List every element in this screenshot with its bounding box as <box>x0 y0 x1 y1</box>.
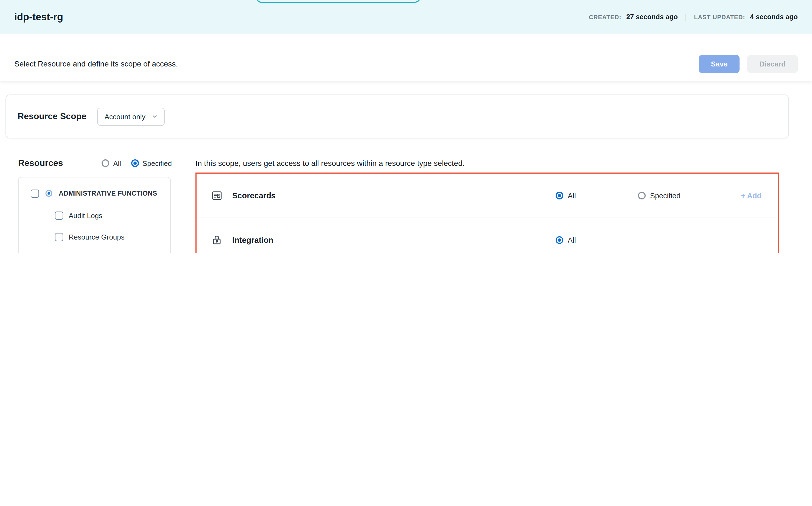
resource-group-header[interactable]: ADMINISTRATIVE FUNCTIONS <box>19 182 170 205</box>
admin-functions-icon <box>44 188 54 198</box>
all-radio[interactable] <box>555 236 563 244</box>
add-link[interactable]: + Add <box>718 191 762 200</box>
resources-header: Resources All Specified <box>18 158 172 168</box>
resource-item[interactable]: Default Settings <box>19 248 170 253</box>
resources-specified-radio[interactable] <box>131 159 139 167</box>
updated-value: 4 seconds ago <box>750 13 798 21</box>
updated-label: LAST UPDATED: <box>694 14 745 20</box>
specified-radio[interactable] <box>638 192 646 199</box>
created-label: CREATED: <box>589 14 621 20</box>
page-header: idp-test-rg CREATED: 27 seconds ago | LA… <box>0 0 812 34</box>
all-option[interactable]: All <box>555 236 638 244</box>
action-toolbar: Select Resource and define its scope of … <box>0 46 812 81</box>
resource-groups: ADMINISTRATIVE FUNCTIONS Audit Logs Reso… <box>18 177 171 253</box>
group-checkbox[interactable] <box>31 189 39 197</box>
header-meta: CREATED: 27 seconds ago | LAST UPDATED: … <box>589 13 798 21</box>
resources-all-option[interactable]: All <box>102 159 121 167</box>
item-checkbox[interactable] <box>55 212 63 220</box>
all-label: All <box>568 191 576 200</box>
discard-button[interactable]: Discard <box>747 55 798 73</box>
scope-row: Scorecards All Specified + Add <box>197 174 778 218</box>
scope-description: In this scope, users get access to all r… <box>195 159 465 168</box>
item-checkbox[interactable] <box>55 233 63 241</box>
all-radio[interactable] <box>555 192 563 199</box>
resource-scope-label: Resource Scope <box>18 111 87 121</box>
resources-all-label: All <box>113 159 121 167</box>
item-label: Audit Logs <box>69 212 102 220</box>
scorecards-icon <box>210 188 224 203</box>
toolbar-description: Select Resource and define its scope of … <box>14 59 178 68</box>
save-button[interactable]: Save <box>699 55 740 73</box>
resources-specified-option[interactable]: Specified <box>131 159 172 167</box>
resources-all-radio[interactable] <box>102 159 109 167</box>
page: idp-test-rg CREATED: 27 seconds ago | LA… <box>0 0 812 253</box>
group-name: ADMINISTRATIVE FUNCTIONS <box>59 189 157 197</box>
resource-item[interactable]: Audit Logs <box>19 205 170 226</box>
item-label: Resource Groups <box>69 233 125 241</box>
resources-specified-label: Specified <box>142 159 172 167</box>
created-value: 27 seconds ago <box>626 13 678 21</box>
resource-item[interactable]: Resource Groups <box>19 226 170 248</box>
resources-title: Resources <box>18 158 63 168</box>
resource-scope-card: Resource Scope Account only <box>5 94 789 139</box>
specified-option[interactable]: Specified <box>638 191 718 200</box>
resource-group-card: ADMINISTRATIVE FUNCTIONS Audit Logs Reso… <box>18 177 171 253</box>
resource-scope-selected-value: Account only <box>105 112 145 120</box>
chevron-down-icon <box>152 114 158 119</box>
page-title: idp-test-rg <box>14 11 63 23</box>
specified-label: Specified <box>650 191 681 200</box>
resource-scope-dropdown[interactable]: Account only <box>97 107 165 125</box>
toolbar-buttons: Save Discard <box>699 55 798 73</box>
all-label: All <box>568 236 576 244</box>
resource-type-name: Scorecards <box>232 191 555 200</box>
toast-remnant <box>256 0 421 3</box>
scope-row: Integration All <box>197 218 778 253</box>
scope-rows: Scorecards All Specified + Add Integrati… <box>195 172 779 253</box>
meta-separator: | <box>685 13 687 21</box>
resource-type-name: Integration <box>232 236 555 245</box>
all-option[interactable]: All <box>555 191 638 200</box>
integration-icon <box>210 233 224 247</box>
